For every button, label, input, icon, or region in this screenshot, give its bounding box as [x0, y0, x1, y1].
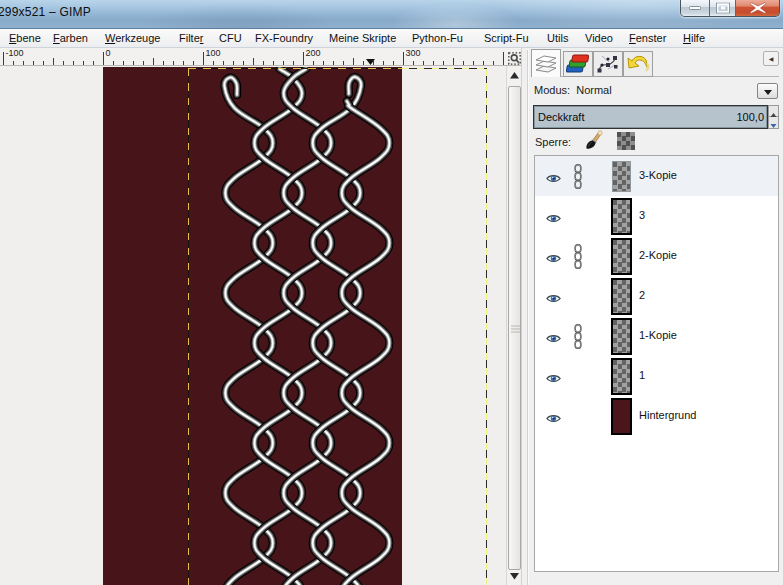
svg-text:0: 0 — [106, 48, 111, 58]
svg-text:100: 100 — [206, 48, 221, 58]
svg-text:200: 200 — [306, 48, 321, 58]
svg-text:300: 300 — [406, 48, 421, 58]
svg-text:-100: -100 — [6, 48, 24, 58]
